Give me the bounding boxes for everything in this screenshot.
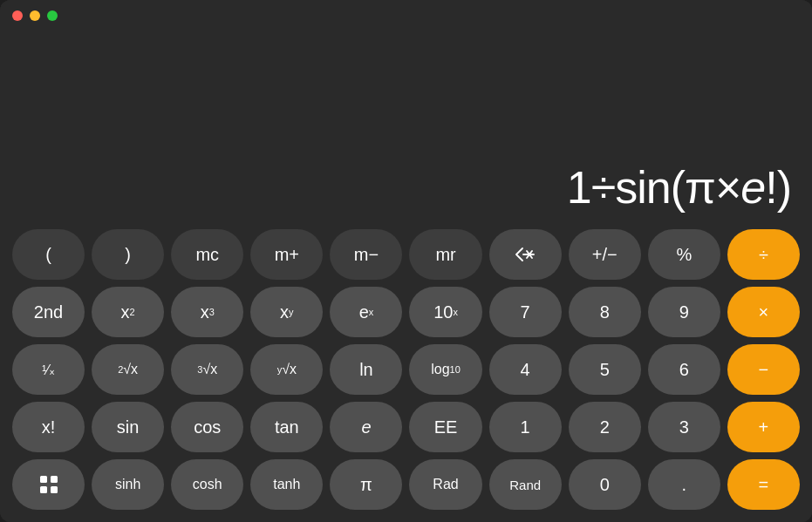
minus-button[interactable]: −	[727, 344, 800, 395]
second-button[interactable]: 2nd	[12, 287, 85, 337]
one-button[interactable]: 1	[489, 402, 562, 452]
percent-button[interactable]: %	[648, 229, 720, 280]
five-button[interactable]: 5	[569, 344, 641, 395]
cos-button[interactable]: cos	[171, 402, 243, 452]
calculator-window: 1÷sin(π×e!) ( ) mc m+ m− mr +/− % ÷ 2nd …	[0, 0, 812, 522]
ln-button[interactable]: ln	[330, 344, 402, 395]
mc-button[interactable]: mc	[171, 229, 243, 280]
rad-button[interactable]: Rad	[409, 459, 481, 510]
factorial-button[interactable]: x!	[12, 402, 85, 452]
svg-rect-6	[51, 486, 58, 493]
tanh-button[interactable]: tanh	[250, 459, 323, 510]
keypad: ( ) mc m+ m− mr +/− % ÷ 2nd x2 x3 xy ex …	[0, 220, 812, 522]
xy-button[interactable]: xy	[250, 287, 323, 337]
tan-button[interactable]: tan	[250, 402, 323, 452]
multiply-button[interactable]: ×	[727, 287, 800, 337]
traffic-lights	[12, 10, 58, 21]
cosh-button[interactable]: cosh	[171, 459, 243, 510]
ex-button[interactable]: ex	[330, 287, 402, 337]
zero-button[interactable]: 0	[569, 459, 641, 510]
rand-button[interactable]: Rand	[489, 459, 562, 510]
six-button[interactable]: 6	[648, 344, 720, 395]
seven-button[interactable]: 7	[489, 287, 562, 337]
close-paren-button[interactable]: )	[92, 229, 164, 280]
sinh-button[interactable]: sinh	[92, 459, 164, 510]
divide-button[interactable]: ÷	[727, 229, 800, 280]
calc-icon-button[interactable]	[12, 459, 85, 510]
svg-rect-3	[40, 476, 47, 483]
tenx-button[interactable]: 10x	[409, 287, 481, 337]
minimize-button[interactable]	[30, 10, 40, 21]
sin-button[interactable]: sin	[92, 402, 164, 452]
log10-button[interactable]: log10	[409, 344, 481, 395]
maximize-button[interactable]	[47, 10, 58, 21]
mr-button[interactable]: mr	[409, 229, 481, 280]
xcubed-button[interactable]: x3	[171, 287, 243, 337]
display-expression: 1÷sin(π×e!)	[567, 165, 791, 210]
equals-button[interactable]: =	[727, 459, 800, 510]
mminus-button[interactable]: m−	[330, 229, 402, 280]
nine-button[interactable]: 9	[648, 287, 720, 337]
ee-button[interactable]: EE	[409, 402, 481, 452]
display-area: 1÷sin(π×e!)	[0, 31, 812, 220]
eight-button[interactable]: 8	[569, 287, 641, 337]
sqrty-button[interactable]: y√x	[250, 344, 323, 395]
backspace-button[interactable]	[489, 229, 562, 280]
euler-button[interactable]: e	[330, 402, 402, 452]
pi-button[interactable]: π	[330, 459, 402, 510]
sqrt3-button[interactable]: 3√x	[171, 344, 243, 395]
two-button[interactable]: 2	[569, 402, 641, 452]
close-button[interactable]	[12, 10, 23, 21]
sqrt2-button[interactable]: 2√x	[92, 344, 164, 395]
three-button[interactable]: 3	[648, 402, 720, 452]
open-paren-button[interactable]: (	[12, 229, 85, 280]
xsquared-button[interactable]: x2	[92, 287, 164, 337]
reciprocal-button[interactable]: ¹∕ₓ	[12, 344, 85, 395]
four-button[interactable]: 4	[489, 344, 562, 395]
plus-minus-button[interactable]: +/−	[569, 229, 641, 280]
svg-rect-5	[40, 486, 47, 493]
svg-rect-4	[51, 476, 58, 483]
plus-button[interactable]: +	[727, 402, 800, 452]
dot-button[interactable]: .	[648, 459, 720, 510]
titlebar	[0, 0, 812, 31]
mplus-button[interactable]: m+	[250, 229, 323, 280]
